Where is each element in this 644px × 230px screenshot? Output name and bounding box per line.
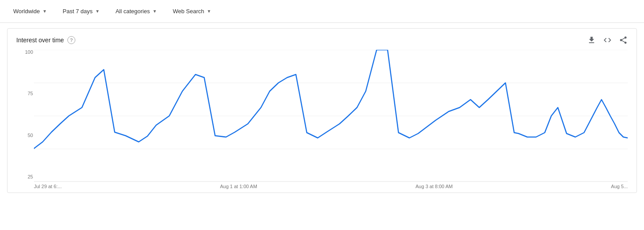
location-filter[interactable]: Worldwide ▼ [7, 4, 53, 18]
x-label-3: Aug 3 at 8:00 AM [415, 184, 452, 189]
download-icon[interactable] [587, 36, 596, 45]
share-icon[interactable] [619, 36, 628, 45]
y-axis-labels: 100 75 50 25 [16, 50, 33, 179]
embed-icon[interactable] [603, 36, 612, 45]
y-label-75: 75 [28, 91, 33, 96]
chart-inner: Jul 29 at 6:... Aug 1 at 1:00 AM Aug 3 a… [34, 50, 628, 193]
x-label-2: Aug 1 at 1:00 AM [220, 184, 257, 189]
category-label: All categories [115, 8, 150, 15]
chart-container: 100 75 50 25 Jul 29 at 6:... Aug 1 at 1:… [7, 50, 637, 193]
timerange-chevron-icon: ▼ [95, 9, 100, 14]
searchtype-chevron-icon: ▼ [207, 9, 211, 14]
location-label: Worldwide [13, 8, 40, 15]
interest-over-time-section: Interest over time ? 100 75 50 25 [7, 28, 637, 193]
category-chevron-icon: ▼ [152, 9, 157, 14]
chart-actions [587, 36, 628, 45]
timerange-filter[interactable]: Past 7 days ▼ [56, 4, 106, 18]
y-label-50: 50 [28, 133, 33, 138]
line-chart [34, 50, 628, 182]
category-filter[interactable]: All categories ▼ [109, 4, 163, 18]
x-axis-labels: Jul 29 at 6:... Aug 1 at 1:00 AM Aug 3 a… [34, 182, 628, 193]
help-icon[interactable]: ? [67, 36, 75, 44]
chart-title-group: Interest over time ? [16, 36, 75, 44]
searchtype-label: Web Search [173, 8, 204, 15]
y-label-25: 25 [28, 174, 33, 179]
x-label-4: Aug 5... [611, 184, 628, 189]
chart-header: Interest over time ? [7, 36, 637, 50]
location-chevron-icon: ▼ [42, 9, 47, 14]
filter-bar: Worldwide ▼ Past 7 days ▼ All categories… [0, 0, 644, 23]
x-label-1: Jul 29 at 6:... [34, 184, 62, 189]
chart-title: Interest over time [16, 37, 64, 44]
y-label-100: 100 [25, 50, 33, 55]
searchtype-filter[interactable]: Web Search ▼ [167, 4, 217, 18]
timerange-label: Past 7 days [63, 8, 93, 15]
